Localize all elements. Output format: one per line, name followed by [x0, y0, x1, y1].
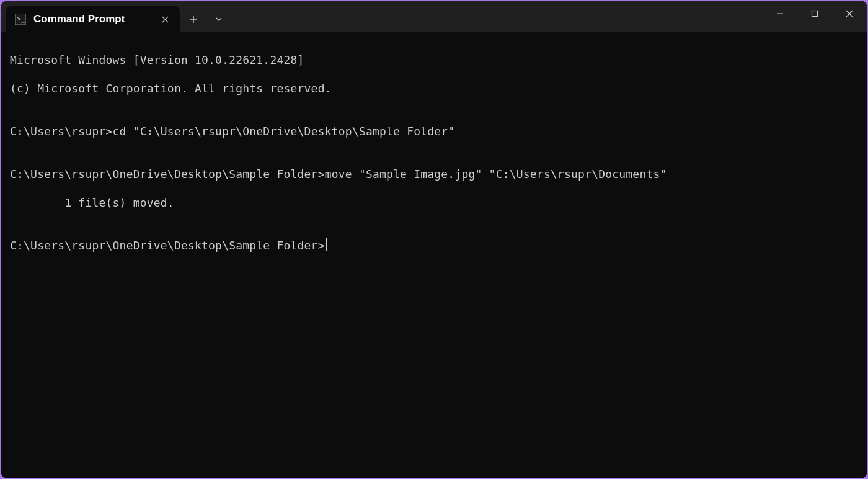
- minimize-button[interactable]: [763, 1, 797, 26]
- tab-command-prompt[interactable]: >_ Command Prompt: [6, 6, 180, 32]
- command-line: C:\Users\rsupr\OneDrive\Desktop\Sample F…: [10, 167, 858, 181]
- prompt-text: C:\Users\rsupr>: [10, 125, 113, 138]
- terminal-window: >_ Command Prompt: [1, 1, 867, 478]
- divider: [206, 13, 206, 25]
- terminal-output[interactable]: Microsoft Windows [Version 10.0.22621.24…: [1, 32, 867, 478]
- svg-text:>_: >_: [17, 15, 25, 23]
- titlebar: >_ Command Prompt: [1, 1, 867, 32]
- output-line: (c) Microsoft Corporation. All rights re…: [10, 81, 858, 96]
- output-line: Microsoft Windows [Version 10.0.22621.24…: [10, 53, 858, 67]
- command-text: move "Sample Image.jpg" "C:\Users\rsupr\…: [325, 168, 667, 181]
- window-controls: [763, 1, 867, 26]
- command-line: C:\Users\rsupr>cd "C:\Users\rsupr\OneDri…: [10, 124, 858, 138]
- tab-dropdown-button[interactable]: [208, 8, 230, 30]
- maximize-button[interactable]: [797, 1, 832, 26]
- new-tab-button[interactable]: [182, 8, 205, 30]
- tab-title: Command Prompt: [33, 13, 150, 25]
- prompt-text: C:\Users\rsupr\OneDrive\Desktop\Sample F…: [10, 168, 325, 181]
- tab-actions: [180, 6, 230, 32]
- output-line: 1 file(s) moved.: [10, 195, 858, 210]
- command-prompt-icon: >_: [15, 14, 26, 25]
- current-prompt-line: C:\Users\rsupr\OneDrive\Desktop\Sample F…: [10, 238, 858, 253]
- command-text: cd "C:\Users\rsupr\OneDrive\Desktop\Samp…: [113, 125, 455, 138]
- cursor-icon: [326, 238, 327, 251]
- svg-rect-2: [812, 11, 818, 17]
- prompt-text: C:\Users\rsupr\OneDrive\Desktop\Sample F…: [10, 238, 325, 253]
- close-tab-button[interactable]: [157, 12, 172, 27]
- close-window-button[interactable]: [832, 1, 867, 26]
